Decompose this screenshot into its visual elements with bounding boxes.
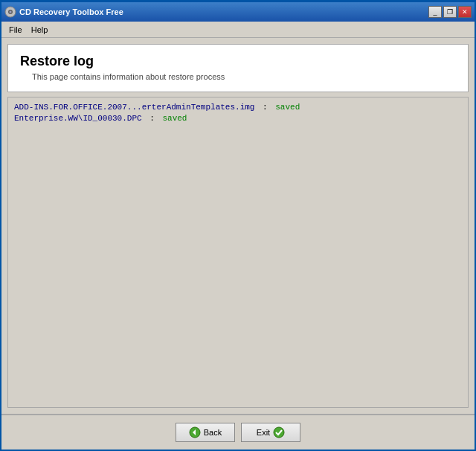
back-label: Back bbox=[204, 428, 222, 437]
exit-label: Exit bbox=[257, 428, 270, 437]
log-area: ADD-INS.FOR.OFFICE.2007...erterAdminTemp… bbox=[7, 97, 469, 408]
page-title: Restore log bbox=[20, 54, 456, 69]
log-entry-2: Enterprise.WW\ID_00030.DPC : saved bbox=[14, 113, 462, 124]
minimize-button[interactable]: _ bbox=[428, 6, 442, 18]
svg-point-2 bbox=[10, 11, 12, 13]
main-content: Restore log This page contains informati… bbox=[1, 38, 475, 414]
menu-item-file[interactable]: File bbox=[4, 24, 27, 36]
log-status-1: saved bbox=[275, 102, 300, 113]
exit-button[interactable]: Exit bbox=[241, 423, 300, 442]
title-bar-buttons: _ ❐ ✕ bbox=[428, 6, 472, 18]
svg-point-5 bbox=[274, 427, 284, 438]
log-separator-2: : bbox=[142, 113, 163, 124]
title-bar: CD Recovery Toolbox Free _ ❐ ✕ bbox=[1, 2, 475, 22]
menu-item-help[interactable]: Help bbox=[27, 24, 53, 36]
back-button[interactable]: Back bbox=[176, 423, 235, 442]
page-subtitle: This page contains information about res… bbox=[32, 72, 456, 81]
main-window: CD Recovery Toolbox Free _ ❐ ✕ File Help… bbox=[0, 0, 476, 451]
log-filename-2: Enterprise.WW\ID_00030.DPC bbox=[14, 113, 142, 124]
log-entry-1: ADD-INS.FOR.OFFICE.2007...erterAdminTemp… bbox=[14, 102, 462, 113]
restore-button[interactable]: ❐ bbox=[443, 6, 457, 18]
header-panel: Restore log This page contains informati… bbox=[7, 44, 469, 92]
bottom-panel: Back Exit bbox=[1, 414, 475, 450]
close-button[interactable]: ✕ bbox=[458, 6, 472, 18]
menu-bar: File Help bbox=[1, 22, 475, 38]
log-status-2: saved bbox=[162, 113, 187, 124]
log-filename-1: ADD-INS.FOR.OFFICE.2007...erterAdminTemp… bbox=[14, 102, 254, 113]
check-icon bbox=[273, 426, 285, 438]
window-title: CD Recovery Toolbox Free bbox=[19, 7, 428, 16]
log-separator-1: : bbox=[254, 102, 275, 113]
app-icon bbox=[4, 6, 16, 18]
back-icon bbox=[189, 426, 201, 438]
